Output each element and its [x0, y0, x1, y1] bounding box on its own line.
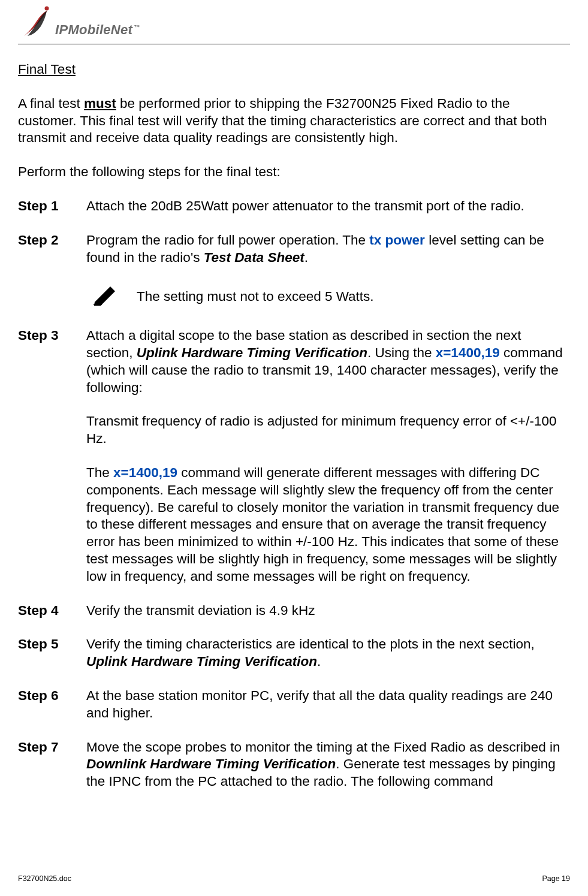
intro-paragraph-1: A final test must be performed prior to …	[18, 95, 570, 147]
step-body: At the base station monitor PC, verify t…	[86, 687, 570, 722]
footer-doc-name: F32700N25.doc	[18, 874, 71, 883]
command-x1400: x=1400,19	[436, 345, 500, 360]
step-3-p3: The x=1400,19 command will generate diff…	[86, 464, 570, 586]
step-body: Move the scope probes to monitor the tim…	[86, 739, 570, 791]
step-body: Program the radio for full power operati…	[86, 232, 570, 310]
step-body: Attach a digital scope to the base stati…	[86, 327, 570, 585]
intro-paragraph-2: Perform the following steps for the fina…	[18, 164, 570, 181]
page-header: IPMobileNet™	[18, 0, 570, 44]
page-footer: F32700N25.doc Page 19	[18, 874, 570, 883]
step-body: Attach the 20dB 25Watt power attenuator …	[86, 198, 570, 215]
footer-page-number: Page 19	[542, 874, 570, 883]
ref-test-data-sheet: Test Data Sheet	[204, 250, 304, 265]
step-6: Step 6 At the base station monitor PC, v…	[18, 687, 570, 722]
step-label: Step 2	[18, 232, 66, 310]
step-label: Step 5	[18, 636, 66, 671]
note: The setting must not to exceed 5 Watts.	[92, 283, 570, 310]
note-text: The setting must not to exceed 5 Watts.	[137, 288, 374, 306]
logo-text: IPMobileNet™	[55, 22, 140, 39]
ref-downlink-timing: Downlink Hardware Timing Verification	[86, 756, 336, 771]
svg-point-0	[45, 7, 49, 11]
section-heading: Final Test	[18, 61, 570, 79]
step-body: Verify the timing characteristics are id…	[86, 636, 570, 671]
step-3-p2: Transmit frequency of radio is adjusted …	[86, 413, 570, 448]
document-body: Final Test A final test must be performe…	[18, 61, 570, 791]
step-2: Step 2 Program the radio for full power …	[18, 232, 570, 310]
step-4: Step 4 Verify the transmit deviation is …	[18, 602, 570, 620]
step-label: Step 3	[18, 327, 66, 585]
step-label: Step 6	[18, 687, 66, 722]
step-1: Step 1 Attach the 20dB 25Watt power atte…	[18, 198, 570, 215]
step-3: Step 3 Attach a digital scope to the bas…	[18, 327, 570, 585]
step-7: Step 7 Move the scope probes to monitor …	[18, 739, 570, 791]
pencil-icon	[92, 283, 119, 310]
command-txpower: tx power	[369, 233, 425, 248]
ref-uplink-timing: Uplink Hardware Timing Verification	[86, 654, 317, 669]
step-label: Step 4	[18, 602, 66, 620]
logo: IPMobileNet™	[18, 6, 570, 39]
emphasis-must: must	[84, 96, 116, 111]
logo-mark-icon	[18, 6, 54, 39]
step-label: Step 1	[18, 198, 66, 215]
command-x1400: x=1400,19	[113, 465, 177, 480]
ref-uplink-timing: Uplink Hardware Timing Verification	[137, 345, 367, 360]
step-label: Step 7	[18, 739, 66, 791]
step-5: Step 5 Verify the timing characteristics…	[18, 636, 570, 671]
step-body: Verify the transmit deviation is 4.9 kHz	[86, 602, 570, 620]
